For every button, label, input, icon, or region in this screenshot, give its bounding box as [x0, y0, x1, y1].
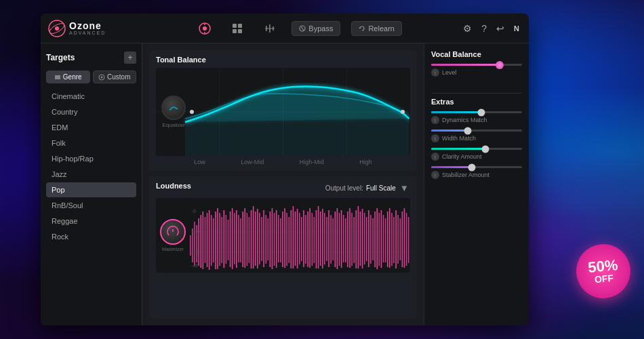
genre-button[interactable]: Genre: [46, 71, 90, 83]
grid-icon: [230, 22, 244, 35]
eq-button[interactable]: [259, 18, 281, 39]
sidebar-item-country[interactable]: Country: [46, 104, 136, 119]
svg-rect-48: [224, 210, 225, 268]
sidebar-header: Targets +: [46, 52, 136, 64]
dynamics-match-thumb[interactable]: [477, 108, 485, 116]
width-match-label: Width Match: [442, 135, 476, 142]
svg-rect-59: [247, 213, 248, 266]
vocal-balance-section: Vocal Balance i Level: [431, 50, 522, 82]
svg-rect-40: [207, 213, 208, 267]
divider-1: [431, 93, 522, 94]
sidebar-item-rock[interactable]: Rock: [46, 229, 136, 244]
tonal-dot-left: [190, 110, 194, 114]
svg-rect-93: [318, 206, 319, 268]
ozone-logo-icon: [47, 19, 66, 38]
svg-rect-53: [234, 213, 235, 264]
svg-rect-109: [351, 213, 353, 266]
vocal-balance-thumb[interactable]: [496, 61, 504, 69]
relearn-label: Relearn: [368, 24, 395, 33]
dynamics-match-track[interactable]: [431, 111, 522, 113]
clarity-amount-track[interactable]: [431, 148, 522, 150]
svg-rect-80: [291, 210, 292, 268]
bypass-button[interactable]: Bypass: [291, 21, 340, 36]
svg-rect-54: [236, 210, 237, 268]
svg-point-4: [203, 26, 207, 31]
svg-rect-125: [385, 218, 386, 262]
stabilizer-amount-thumb[interactable]: [468, 163, 476, 171]
svg-rect-39: [205, 217, 206, 263]
tonal-equalizer-knob-area: Equalizer: [161, 96, 186, 128]
tonal-balance-svg: [156, 68, 410, 156]
svg-rect-60: [249, 217, 250, 263]
loudness-chart[interactable]: Maximizer: [156, 198, 410, 273]
vocal-balance-track[interactable]: [431, 64, 522, 66]
sidebar-item-jazz[interactable]: Jazz: [46, 167, 136, 182]
custom-button[interactable]: Custom: [93, 71, 137, 83]
grid-button[interactable]: [226, 18, 248, 39]
width-match-info[interactable]: i: [431, 134, 439, 142]
svg-rect-118: [370, 215, 371, 264]
loudness-panel: Loudness Output level: Full Scale ▼: [149, 176, 417, 319]
tonal-balance-chart[interactable]: Equalizer: [156, 68, 410, 156]
svg-text:-5: -5: [192, 208, 196, 214]
settings-button[interactable]: ⚙: [460, 20, 475, 37]
svg-rect-76: [282, 212, 283, 267]
help-button[interactable]: ?: [479, 20, 489, 37]
svg-rect-104: [341, 210, 342, 268]
dynamics-match-row: i Dynamics Match: [431, 111, 522, 124]
svg-rect-132: [400, 218, 401, 260]
loudness-svg: -5 -10 -15 -20: [190, 198, 410, 273]
output-level-dropdown[interactable]: ▼: [399, 183, 410, 193]
svg-rect-42: [211, 215, 212, 266]
svg-rect-38: [203, 212, 204, 269]
knob-curve-icon: [167, 101, 180, 115]
svg-rect-81: [293, 206, 294, 268]
vocal-balance-label: Level: [442, 69, 457, 76]
brand-button[interactable]: N: [511, 22, 522, 35]
width-match-thumb[interactable]: [464, 127, 471, 134]
dynamics-match-info[interactable]: i: [431, 116, 439, 124]
svg-rect-66: [261, 217, 262, 261]
main-content: Targets + Genre Custom: [41, 43, 529, 325]
sidebar-item-rnbsoul[interactable]: RnB/Soul: [46, 198, 136, 213]
equalizer-knob[interactable]: [161, 96, 186, 120]
stabilizer-amount-info[interactable]: i: [431, 171, 439, 179]
spectrum-icon: [198, 22, 212, 35]
width-match-row: i Width Match: [431, 129, 522, 142]
add-target-button[interactable]: +: [124, 52, 136, 64]
sidebar-item-pop[interactable]: Pop: [46, 182, 136, 197]
vocal-balance-info[interactable]: i: [431, 68, 439, 77]
sidebar-item-edm[interactable]: EDM: [46, 120, 136, 135]
genre-custom-row: Genre Custom: [46, 71, 136, 83]
sidebar-item-folk[interactable]: Folk: [46, 136, 136, 151]
sidebar-item-hiphop[interactable]: Hip-hop/Rap: [46, 151, 136, 166]
sidebar-item-cinematic[interactable]: Cinematic: [46, 89, 136, 104]
svg-rect-56: [240, 218, 241, 262]
svg-rect-68: [265, 215, 266, 264]
custom-label: Custom: [107, 73, 130, 81]
spectrum-button[interactable]: [194, 18, 216, 39]
undo-button[interactable]: ↩: [494, 20, 507, 37]
svg-rect-135: [406, 213, 407, 266]
svg-rect-50: [228, 220, 229, 260]
vocal-balance-label-row: i Level: [431, 68, 522, 77]
clarity-amount-info[interactable]: i: [431, 153, 439, 161]
genre-label: Genre: [63, 73, 82, 81]
svg-rect-7: [233, 24, 237, 28]
sidebar-item-reggae[interactable]: Reggae: [46, 214, 136, 228]
relearn-button[interactable]: Relearn: [351, 21, 402, 36]
clarity-amount-thumb[interactable]: [482, 145, 489, 153]
width-match-track[interactable]: [431, 129, 522, 132]
svg-rect-65: [259, 213, 260, 264]
logo-advanced: ADVANCED: [69, 31, 106, 35]
svg-rect-63: [255, 212, 256, 266]
stabilizer-amount-track[interactable]: [431, 166, 522, 168]
svg-rect-79: [288, 217, 289, 263]
maximizer-knob[interactable]: [160, 219, 186, 245]
svg-rect-119: [372, 218, 374, 260]
svg-rect-57: [242, 212, 243, 267]
maximizer-label: Maximizer: [162, 247, 184, 252]
right-panel: Vocal Balance i Level Extras: [424, 43, 529, 325]
relearn-icon: [359, 25, 365, 32]
svg-rect-74: [278, 215, 279, 262]
